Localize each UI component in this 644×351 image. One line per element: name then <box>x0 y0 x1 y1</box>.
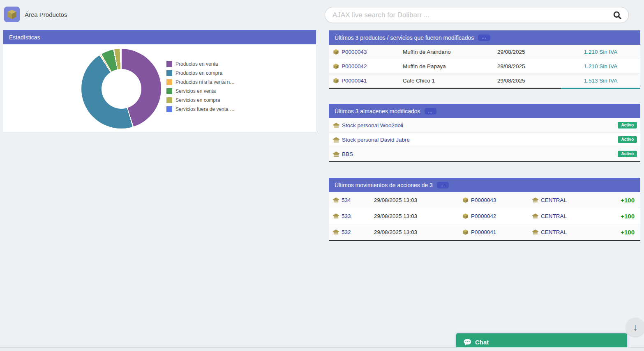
cube-icon <box>7 9 17 20</box>
warehouse-icon <box>532 197 538 202</box>
legend-item[interactable]: Productos en venta <box>166 61 235 67</box>
product-label: Muffin de Papaya <box>403 63 497 69</box>
product-cube-icon <box>462 197 469 203</box>
warehouse-row[interactable]: Stock personal David Jabre Activo <box>329 133 640 147</box>
movement-datetime: 29/08/2025 13:03 <box>374 229 462 235</box>
movement-datetime: 29/08/2025 13:03 <box>374 213 462 219</box>
footer-strip <box>0 347 644 351</box>
movement-id-link[interactable]: 533 <box>342 213 351 219</box>
product-cube-icon <box>333 78 339 84</box>
status-badge: Activo <box>618 151 637 157</box>
product-label: Cafe Chico 1 <box>403 78 497 84</box>
warehouse-icon <box>333 137 339 142</box>
movement-qty: +100 <box>601 229 640 236</box>
statistics-panel: Estadísticas Productos en venta Producto… <box>3 30 316 132</box>
movement-product-link[interactable]: P0000042 <box>471 213 496 219</box>
latest-movements-title: Últimos movimientos de acciones de 3 <box>335 182 433 188</box>
page-title: Área Productos <box>25 11 67 18</box>
movement-qty: +100 <box>601 197 640 204</box>
movement-warehouse-link[interactable]: CENTRAL <box>541 213 567 219</box>
movement-icon <box>333 229 339 234</box>
movement-icon <box>333 213 339 218</box>
warehouse-row[interactable]: BBS Activo <box>329 147 640 161</box>
latest-warehouses-more-button[interactable]: ... <box>425 108 436 115</box>
legend-item[interactable]: Servicios fuera de venta … <box>166 106 235 112</box>
chat-bubble-icon <box>464 339 471 346</box>
movement-warehouse-link[interactable]: CENTRAL <box>541 229 567 235</box>
warehouse-icon <box>532 229 538 234</box>
product-row[interactable]: P0000043 Muffin de Arandano 29/08/2025 1… <box>329 45 640 59</box>
arrow-down-icon: ↓ <box>633 322 638 333</box>
product-cube-icon <box>333 49 339 55</box>
legend-swatch <box>166 97 172 103</box>
statistics-panel-header: Estadísticas <box>3 30 316 44</box>
legend-label: Productos ni a la venta n… <box>175 79 235 85</box>
status-badge: Activo <box>618 122 637 128</box>
latest-products-header: Últimos 3 productos / servicios que fuer… <box>329 30 640 45</box>
product-ref-link[interactable]: P0000041 <box>342 78 367 84</box>
search-input[interactable] <box>332 11 613 19</box>
latest-products-more-button[interactable]: ... <box>478 34 490 41</box>
product-date: 29/08/2025 <box>497 49 561 55</box>
product-cube-icon <box>333 63 339 69</box>
statistics-panel-title: Estadísticas <box>9 34 40 41</box>
latest-products-title: Últimos 3 productos / servicios que fuer… <box>335 34 474 41</box>
warehouse-icon <box>532 213 538 218</box>
search-icon[interactable] <box>613 11 622 20</box>
product-ref-link[interactable]: P0000043 <box>342 49 367 55</box>
legend-label: Servicios fuera de venta … <box>175 106 235 112</box>
product-price: 1.210 Sin IVA <box>561 63 640 69</box>
products-module-icon <box>4 7 20 22</box>
legend-label: Productos en compra <box>175 70 222 76</box>
legend-label: Servicios en venta <box>175 88 216 94</box>
product-ref-link[interactable]: P0000042 <box>342 63 367 69</box>
product-row[interactable]: P0000042 Muffin de Papaya 29/08/2025 1.2… <box>329 59 640 73</box>
latest-movements-panel: Últimos movimientos de acciones de 3 ...… <box>329 178 640 241</box>
warehouse-row[interactable]: Stock personal Woo2doli Activo <box>329 118 640 133</box>
movement-row[interactable]: 534 29/08/2025 13:03 P0000043 CENTRAL +1… <box>329 192 640 208</box>
legend-swatch <box>166 70 172 76</box>
chart-legend: Productos en venta Productos en compra P… <box>166 61 235 112</box>
movement-product-link[interactable]: P0000043 <box>471 197 496 203</box>
warehouse-link[interactable]: Stock personal Woo2doli <box>342 122 403 128</box>
latest-warehouses-title: Últimos 3 almacenes modificados <box>335 108 420 115</box>
movement-product-link[interactable]: P0000041 <box>471 229 496 235</box>
legend-item[interactable]: Productos en compra <box>166 70 235 76</box>
movement-id-link[interactable]: 534 <box>342 197 351 203</box>
legend-swatch <box>166 106 172 112</box>
product-date: 29/08/2025 <box>497 63 561 69</box>
product-date: 29/08/2025 <box>497 78 561 84</box>
page-header: Área Productos <box>4 7 67 22</box>
status-badge: Activo <box>618 136 637 143</box>
product-label: Muffin de Arandano <box>403 49 497 55</box>
scroll-down-button[interactable]: ↓ <box>626 318 644 337</box>
latest-products-panel: Últimos 3 productos / servicios que fuer… <box>329 30 640 89</box>
legend-swatch <box>166 79 172 85</box>
latest-warehouses-header: Últimos 3 almacenes modificados ... <box>329 104 640 118</box>
legend-item[interactable]: Productos ni a la venta n… <box>166 79 235 85</box>
movement-warehouse-link[interactable]: CENTRAL <box>541 197 567 203</box>
movement-qty: +100 <box>601 213 640 220</box>
warehouse-link[interactable]: BBS <box>342 151 353 157</box>
movement-row[interactable]: 532 29/08/2025 13:03 P0000041 CENTRAL +1… <box>329 224 640 240</box>
legend-item[interactable]: Servicios en venta <box>166 88 235 94</box>
movement-row[interactable]: 533 29/08/2025 13:03 P0000042 CENTRAL +1… <box>329 208 640 224</box>
movement-id-link[interactable]: 532 <box>342 229 351 235</box>
product-cube-icon <box>462 229 469 235</box>
product-cube-icon <box>462 213 469 219</box>
latest-movements-more-button[interactable]: ... <box>437 182 449 188</box>
legend-item[interactable]: Servicios en compra <box>166 97 235 103</box>
warehouse-link[interactable]: Stock personal David Jabre <box>342 137 410 143</box>
legend-swatch <box>166 88 172 94</box>
product-row[interactable]: P0000041 Cafe Chico 1 29/08/2025 1.513 S… <box>329 73 640 88</box>
movement-datetime: 29/08/2025 13:03 <box>374 197 462 203</box>
legend-swatch <box>166 61 172 67</box>
legend-label: Productos en venta <box>175 61 218 67</box>
chat-label: Chat <box>475 339 489 346</box>
warehouse-icon <box>333 123 339 128</box>
statistics-chart-area: Productos en venta Productos en compra P… <box>3 44 316 132</box>
global-search-bar <box>325 7 629 23</box>
product-price: 1.210 Sin IVA <box>561 49 640 55</box>
product-price: 1.513 Sin IVA <box>561 78 640 84</box>
table-bottom-border <box>329 88 640 89</box>
